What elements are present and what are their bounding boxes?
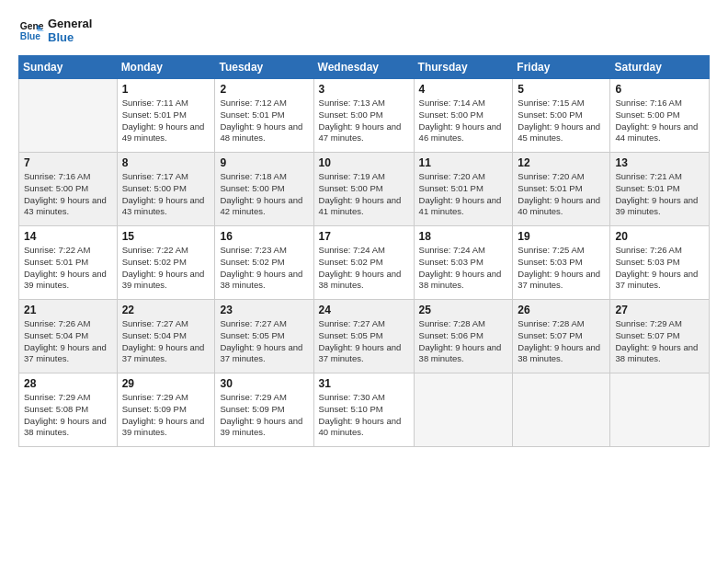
day-info: Sunrise: 7:23 AMSunset: 5:02 PMDaylight:… <box>220 245 308 292</box>
day-cell: 19Sunrise: 7:25 AMSunset: 5:03 PMDayligh… <box>513 226 610 300</box>
logo-icon: General Blue <box>18 17 44 43</box>
day-info: Sunrise: 7:29 AMSunset: 5:09 PMDaylight:… <box>220 392 308 439</box>
day-number: 2 <box>220 83 308 96</box>
day-cell: 17Sunrise: 7:24 AMSunset: 5:02 PMDayligh… <box>313 226 414 300</box>
day-cell: 27Sunrise: 7:29 AMSunset: 5:07 PMDayligh… <box>610 300 710 373</box>
logo: General Blue General Blue <box>18 17 92 44</box>
day-info: Sunrise: 7:29 AMSunset: 5:08 PMDaylight:… <box>24 392 112 439</box>
day-info: Sunrise: 7:22 AMSunset: 5:02 PMDaylight:… <box>122 245 210 292</box>
day-info: Sunrise: 7:16 AMSunset: 5:00 PMDaylight:… <box>24 171 112 218</box>
day-info: Sunrise: 7:22 AMSunset: 5:01 PMDaylight:… <box>24 245 112 292</box>
day-info: Sunrise: 7:25 AMSunset: 5:03 PMDaylight:… <box>518 245 605 292</box>
day-cell: 25Sunrise: 7:28 AMSunset: 5:06 PMDayligh… <box>414 300 513 373</box>
day-info: Sunrise: 7:28 AMSunset: 5:06 PMDaylight:… <box>419 318 508 365</box>
day-info: Sunrise: 7:26 AMSunset: 5:04 PMDaylight:… <box>24 318 112 365</box>
day-info: Sunrise: 7:24 AMSunset: 5:03 PMDaylight:… <box>419 245 508 292</box>
day-cell: 12Sunrise: 7:20 AMSunset: 5:01 PMDayligh… <box>513 153 610 226</box>
day-cell: 6Sunrise: 7:16 AMSunset: 5:00 PMDaylight… <box>610 79 710 153</box>
day-number: 18 <box>419 230 508 243</box>
day-number: 27 <box>615 304 704 316</box>
day-cell <box>513 373 610 447</box>
day-info: Sunrise: 7:16 AMSunset: 5:00 PMDaylight:… <box>615 98 704 144</box>
day-info: Sunrise: 7:13 AMSunset: 5:00 PMDaylight:… <box>319 98 409 144</box>
day-cell: 7Sunrise: 7:16 AMSunset: 5:00 PMDaylight… <box>19 153 118 226</box>
day-number: 24 <box>319 304 409 316</box>
day-number: 14 <box>24 230 112 243</box>
day-cell: 9Sunrise: 7:18 AMSunset: 5:00 PMDaylight… <box>215 153 313 226</box>
day-number: 8 <box>122 156 210 169</box>
day-cell: 24Sunrise: 7:27 AMSunset: 5:05 PMDayligh… <box>313 300 414 373</box>
day-cell <box>610 373 710 447</box>
day-number: 7 <box>24 156 112 169</box>
day-number: 21 <box>24 304 112 316</box>
day-info: Sunrise: 7:17 AMSunset: 5:00 PMDaylight:… <box>122 171 210 218</box>
day-number: 1 <box>122 83 210 96</box>
day-info: Sunrise: 7:20 AMSunset: 5:01 PMDaylight:… <box>518 171 605 218</box>
day-cell: 16Sunrise: 7:23 AMSunset: 5:02 PMDayligh… <box>215 226 313 300</box>
day-cell: 13Sunrise: 7:21 AMSunset: 5:01 PMDayligh… <box>610 153 710 226</box>
day-info: Sunrise: 7:21 AMSunset: 5:01 PMDaylight:… <box>615 171 704 218</box>
day-cell: 22Sunrise: 7:27 AMSunset: 5:04 PMDayligh… <box>117 300 215 373</box>
day-number: 16 <box>220 230 308 243</box>
week-row-3: 14Sunrise: 7:22 AMSunset: 5:01 PMDayligh… <box>19 226 710 300</box>
day-number: 23 <box>220 304 308 316</box>
day-cell: 1Sunrise: 7:11 AMSunset: 5:01 PMDaylight… <box>117 79 215 153</box>
svg-text:Blue: Blue <box>20 31 41 41</box>
day-info: Sunrise: 7:15 AMSunset: 5:00 PMDaylight:… <box>518 98 605 144</box>
day-cell: 30Sunrise: 7:29 AMSunset: 5:09 PMDayligh… <box>215 373 313 447</box>
day-number: 5 <box>518 83 605 96</box>
weekday-header-row: SundayMondayTuesdayWednesdayThursdayFrid… <box>19 56 710 79</box>
day-cell: 8Sunrise: 7:17 AMSunset: 5:00 PMDaylight… <box>117 153 215 226</box>
day-info: Sunrise: 7:20 AMSunset: 5:01 PMDaylight:… <box>419 171 508 218</box>
day-number: 13 <box>615 156 704 169</box>
weekday-wednesday: Wednesday <box>313 56 414 79</box>
weekday-thursday: Thursday <box>414 56 513 79</box>
day-cell: 5Sunrise: 7:15 AMSunset: 5:00 PMDaylight… <box>513 79 610 153</box>
calendar-table: SundayMondayTuesdayWednesdayThursdayFrid… <box>18 55 710 447</box>
day-number: 4 <box>419 83 508 96</box>
day-cell: 20Sunrise: 7:26 AMSunset: 5:03 PMDayligh… <box>610 226 710 300</box>
day-cell: 10Sunrise: 7:19 AMSunset: 5:00 PMDayligh… <box>313 153 414 226</box>
week-row-2: 7Sunrise: 7:16 AMSunset: 5:00 PMDaylight… <box>19 153 710 226</box>
weekday-tuesday: Tuesday <box>215 56 313 79</box>
day-info: Sunrise: 7:11 AMSunset: 5:01 PMDaylight:… <box>122 98 210 144</box>
week-row-1: 1Sunrise: 7:11 AMSunset: 5:01 PMDaylight… <box>19 79 710 153</box>
day-cell: 4Sunrise: 7:14 AMSunset: 5:00 PMDaylight… <box>414 79 513 153</box>
day-info: Sunrise: 7:19 AMSunset: 5:00 PMDaylight:… <box>319 171 409 218</box>
logo-text: General Blue <box>48 17 92 44</box>
day-number: 10 <box>319 156 409 169</box>
day-cell: 2Sunrise: 7:12 AMSunset: 5:01 PMDaylight… <box>215 79 313 153</box>
day-cell: 31Sunrise: 7:30 AMSunset: 5:10 PMDayligh… <box>313 373 414 447</box>
day-number: 20 <box>615 230 704 243</box>
calendar-page: General Blue General Blue SundayMondayTu… <box>0 0 728 563</box>
day-info: Sunrise: 7:12 AMSunset: 5:01 PMDaylight:… <box>220 98 308 144</box>
day-info: Sunrise: 7:24 AMSunset: 5:02 PMDaylight:… <box>319 245 409 292</box>
day-number: 26 <box>518 304 605 316</box>
day-cell: 3Sunrise: 7:13 AMSunset: 5:00 PMDaylight… <box>313 79 414 153</box>
day-number: 11 <box>419 156 508 169</box>
day-info: Sunrise: 7:27 AMSunset: 5:04 PMDaylight:… <box>122 318 210 365</box>
day-info: Sunrise: 7:30 AMSunset: 5:10 PMDaylight:… <box>319 392 409 439</box>
day-number: 25 <box>419 304 508 316</box>
day-cell: 14Sunrise: 7:22 AMSunset: 5:01 PMDayligh… <box>19 226 118 300</box>
day-number: 3 <box>319 83 409 96</box>
day-number: 12 <box>518 156 605 169</box>
day-number: 17 <box>319 230 409 243</box>
day-info: Sunrise: 7:14 AMSunset: 5:00 PMDaylight:… <box>419 98 508 144</box>
day-number: 9 <box>220 156 308 169</box>
day-info: Sunrise: 7:26 AMSunset: 5:03 PMDaylight:… <box>615 245 704 292</box>
day-cell: 26Sunrise: 7:28 AMSunset: 5:07 PMDayligh… <box>513 300 610 373</box>
day-cell: 28Sunrise: 7:29 AMSunset: 5:08 PMDayligh… <box>19 373 118 447</box>
day-cell: 18Sunrise: 7:24 AMSunset: 5:03 PMDayligh… <box>414 226 513 300</box>
day-number: 30 <box>220 377 308 390</box>
day-number: 28 <box>24 377 112 390</box>
day-info: Sunrise: 7:29 AMSunset: 5:07 PMDaylight:… <box>615 318 704 365</box>
day-cell: 29Sunrise: 7:29 AMSunset: 5:09 PMDayligh… <box>117 373 215 447</box>
weekday-saturday: Saturday <box>610 56 710 79</box>
day-cell: 21Sunrise: 7:26 AMSunset: 5:04 PMDayligh… <box>19 300 118 373</box>
weekday-monday: Monday <box>117 56 215 79</box>
day-info: Sunrise: 7:18 AMSunset: 5:00 PMDaylight:… <box>220 171 308 218</box>
weekday-friday: Friday <box>513 56 610 79</box>
day-cell <box>19 79 118 153</box>
day-info: Sunrise: 7:27 AMSunset: 5:05 PMDaylight:… <box>220 318 308 365</box>
